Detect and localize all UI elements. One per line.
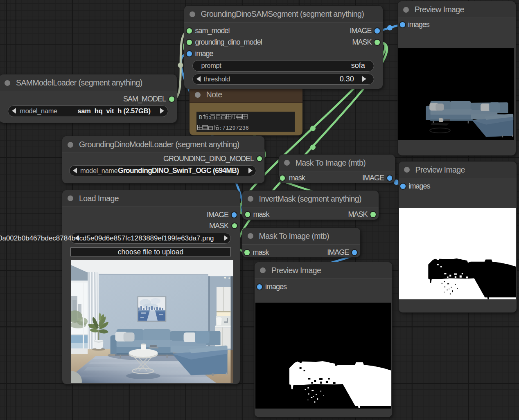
svg-text::71297236: :71297236: [219, 125, 249, 131]
svg-text::: :: [208, 115, 211, 121]
svg-text:B: B: [199, 115, 202, 121]
